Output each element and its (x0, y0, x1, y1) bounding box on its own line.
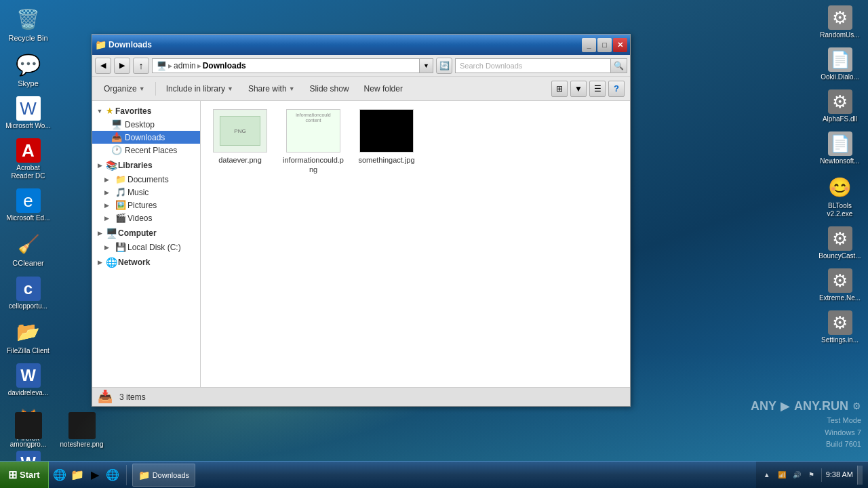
path-admin: admin (174, 61, 196, 70)
desktop-icon-alphafs[interactable]: ⚙ AlphaFS.dll (814, 87, 865, 126)
pictures-section[interactable]: ▶ 🖼️ Pictures (92, 199, 200, 211)
somethingact-name: somethingact.jpg (358, 155, 414, 165)
desktop-icon-bltools[interactable]: 😊 BLTools v2.2.exe (814, 171, 865, 221)
desktop-icon-acrobat[interactable]: A Acrobat Reader DC (3, 136, 54, 183)
system-clock[interactable]: 9:38 AM (826, 470, 853, 479)
network-icon: 🌐 (106, 257, 117, 268)
desktop-icon-ccleaner[interactable]: 🧹 CCleaner (3, 228, 54, 270)
desktop-icon-extreme[interactable]: ⚙ Extreme.Ne... (814, 266, 865, 305)
quicklaunch-media[interactable]: ▶ (87, 467, 103, 483)
file-item-somethingact[interactable]: somethingact.jpg (353, 106, 420, 178)
documents-section[interactable]: ▶ 📁 Documents (92, 173, 200, 186)
slide-show-button[interactable]: Slide show (304, 79, 355, 98)
tray-network-icon[interactable]: 📶 (776, 470, 787, 481)
local-disk-section[interactable]: ▶ 💾 Local Disk (C:) (92, 241, 200, 253)
minimize-button[interactable]: _ (582, 38, 596, 52)
tray-expand-icon[interactable]: ▲ (762, 470, 772, 481)
libraries-icon: 📚 (106, 160, 117, 171)
desktop-icon-randomus[interactable]: ⚙ RandomUs... (814, 3, 865, 42)
view-dropdown-button[interactable]: ▼ (570, 81, 587, 97)
desktop-icon-bounty[interactable]: ⚙ BouncyCast... (814, 224, 865, 263)
explorer-window: 📁 Downloads _ □ ✕ ◀ ▶ ↑ 🖥️ ▸ admin ▸ Dow… (92, 34, 631, 407)
recent-places-icon: 🕐 (111, 145, 122, 155)
videos-section[interactable]: ▶ 🎬 Videos (92, 211, 200, 224)
tray-volume-icon[interactable]: 🔊 (791, 470, 802, 481)
desktop-icon-ookii[interactable]: 📄 Ookii.Dialo... (814, 45, 865, 84)
refresh-button[interactable]: 🔄 (436, 58, 452, 74)
pictures-expand-icon: 🖼️ (115, 200, 126, 210)
address-dropdown-button[interactable]: ▼ (420, 58, 433, 73)
window-title: Downloads (108, 40, 579, 49)
desktop-icon-filezilla[interactable]: 📂 FileZilla Client (3, 316, 54, 358)
tray-action-center-icon[interactable]: ⚑ (806, 470, 817, 481)
music-label: Music (127, 188, 149, 197)
music-section[interactable]: ▶ 🎵 Music (92, 186, 200, 199)
computer-header[interactable]: ▶ 🖥️ Computer (92, 226, 200, 241)
organize-button[interactable]: Organize ▼ (98, 79, 151, 98)
file-item-dataever[interactable]: PNG dataever.png (206, 106, 274, 178)
status-icon: 📥 (98, 389, 114, 405)
quicklaunch-ie2[interactable]: 🌐 (104, 467, 121, 483)
desktop-nav-label: Desktop (125, 120, 155, 129)
search-input-box[interactable]: Search Downloads (455, 58, 611, 73)
filezilla-icon: 📂 (15, 319, 42, 346)
address-path-container: 🖥️ ▸ admin ▸ Downloads ▼ (152, 58, 433, 73)
nav-item-desktop[interactable]: 🖥️ Desktop (92, 118, 200, 131)
desktop-icon-edge[interactable]: e Microsoft Ed... (3, 186, 54, 225)
desktop-icon-recycle-bin[interactable]: 🗑️ Recycle Bin (3, 3, 54, 45)
desktop-icon-noteshere[interactable]: noteshere.png (56, 409, 107, 451)
help-button[interactable]: ? (608, 81, 625, 97)
anyrun-logo: ANY ▶ ANY.RUN ⚙ (751, 399, 861, 413)
desktop-icon-among[interactable]: amongpro... (3, 409, 54, 451)
desktop-icon-newtonsoft[interactable]: 📄 Newtonsoft... (814, 129, 865, 168)
toolbar-right: ⊞ ▼ ☰ ? (551, 81, 625, 97)
quicklaunch-ie[interactable]: 🌐 (52, 467, 68, 483)
share-with-button[interactable]: Share with ▼ (242, 79, 301, 98)
ccleaner-icon: 🧹 (15, 230, 42, 258)
network-header[interactable]: ▶ 🌐 Network (92, 255, 200, 270)
view-small-button[interactable]: ⊞ (551, 81, 568, 97)
path-downloads: Downloads (203, 61, 246, 70)
forward-button[interactable]: ▶ (114, 58, 130, 74)
maximize-button[interactable]: □ (597, 38, 612, 52)
acrobat-icon: A (16, 138, 41, 163)
nav-item-downloads[interactable]: 📥 Downloads (92, 131, 200, 144)
search-container: Search Downloads 🔍 (455, 58, 627, 73)
taskbar-divider (126, 465, 127, 485)
new-folder-button[interactable]: New folder (358, 79, 409, 98)
status-text: 3 items (119, 392, 146, 402)
up-button[interactable]: ↑ (133, 58, 149, 74)
nav-pane: ▼ ★ Favorites 🖥️ Desktop 📥 Downloads 🕐 (92, 101, 201, 387)
desktop-icon-word[interactable]: W Microsoft Wo... (3, 94, 54, 133)
file-area: PNG dataever.png informationcouldcontent… (201, 101, 630, 387)
desktop-icon-skype[interactable]: 💬 Skype (3, 48, 54, 91)
main-area: ▼ ★ Favorites 🖥️ Desktop 📥 Downloads 🕐 (92, 101, 630, 387)
favorites-header[interactable]: ▼ ★ Favorites (92, 104, 200, 118)
view-details-button[interactable]: ☰ (589, 81, 606, 97)
desktop-icons-right: ⚙ RandomUs... 📄 Ookii.Dialo... ⚙ AlphaFS… (814, 3, 865, 347)
videos-label: Videos (127, 214, 152, 223)
tray-divider (821, 468, 822, 482)
show-desktop-button[interactable] (857, 466, 863, 485)
quicklaunch-explorer[interactable]: 📁 (69, 467, 85, 483)
newtonsoft-icon: 📄 (828, 131, 852, 156)
back-button[interactable]: ◀ (95, 58, 111, 74)
title-bar-icon: 📁 (95, 39, 106, 50)
close-button[interactable]: ✕ (613, 38, 627, 52)
start-button[interactable]: ⊞ Start (0, 462, 49, 489)
search-button[interactable]: 🔍 (611, 58, 627, 73)
favorites-label: Favorites (115, 106, 151, 116)
desktop-icon-cello[interactable]: c cellopportu... (3, 274, 54, 313)
address-path[interactable]: 🖥️ ▸ admin ▸ Downloads (152, 58, 420, 73)
network-section: ▶ 🌐 Network (92, 255, 200, 270)
desktop-icon-settings[interactable]: ⚙ Settings.in... (814, 308, 865, 347)
include-in-library-button[interactable]: Include in library ▼ (160, 79, 239, 98)
ookii-icon: 📄 (828, 47, 852, 72)
taskbar-item-downloads[interactable]: 📁 Downloads (132, 464, 195, 487)
nav-item-recent-places[interactable]: 🕐 Recent Places (92, 144, 200, 157)
libraries-section: ▶ 📚 Libraries ▶ 📁 Documents ▶ 🎵 Music (92, 158, 200, 224)
desktop-icon-david[interactable]: W davidreleva... (3, 361, 54, 400)
libraries-header[interactable]: ▶ 📚 Libraries (92, 158, 200, 173)
start-orb-icon: ⊞ (8, 468, 17, 481)
file-item-informationcould[interactable]: informationcouldcontent informationcould… (279, 106, 347, 178)
